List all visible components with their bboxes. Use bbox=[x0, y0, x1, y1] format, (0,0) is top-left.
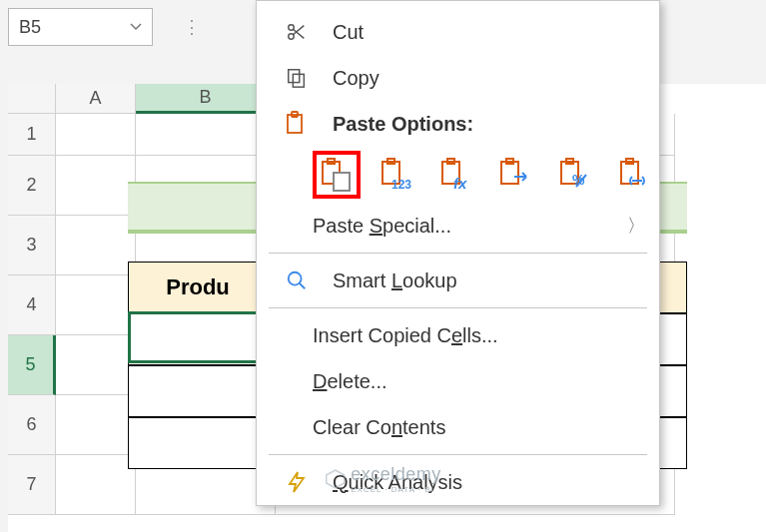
name-box[interactable]: B5 bbox=[8, 8, 153, 46]
paste-options-row: 123 fx % bbox=[257, 147, 659, 203]
paste-formatting-button[interactable]: % bbox=[551, 151, 599, 199]
separator bbox=[269, 253, 647, 254]
name-box-row: B5 ⋮ bbox=[8, 8, 201, 46]
menu-label: Paste Special... bbox=[313, 215, 451, 238]
chevron-right-icon: 〉 bbox=[627, 214, 645, 238]
svg-rect-15 bbox=[501, 162, 518, 184]
clipboard-icon bbox=[281, 111, 313, 137]
menu-insert-copied-cells[interactable]: Insert Copied Cells... bbox=[257, 312, 659, 358]
menu-smart-lookup[interactable]: Smart Lookup bbox=[257, 258, 659, 303]
menu-label: Insert Copied Cells... bbox=[313, 324, 498, 347]
row-header-2[interactable]: 2 bbox=[8, 156, 56, 216]
menu-label: Paste Options: bbox=[333, 113, 473, 136]
row-header-4[interactable]: 4 bbox=[8, 275, 56, 335]
table-row[interactable] bbox=[128, 365, 268, 417]
menu-clear-contents[interactable]: Clear Contents bbox=[257, 404, 659, 450]
row-header-6[interactable]: 6 bbox=[8, 395, 56, 455]
menu-label: Delete... bbox=[313, 370, 387, 393]
copy-icon bbox=[281, 67, 313, 89]
formula-bar-handle-icon: ⋮ bbox=[183, 16, 201, 38]
row-header-7[interactable]: 7 bbox=[8, 455, 56, 515]
svg-point-22 bbox=[289, 272, 302, 285]
menu-label: Smart Lookup bbox=[333, 269, 457, 292]
paste-values-button[interactable]: 123 bbox=[373, 151, 420, 199]
select-all-corner[interactable] bbox=[8, 84, 56, 114]
row-header-5[interactable]: 5 bbox=[8, 335, 56, 395]
table-row[interactable] bbox=[128, 417, 268, 469]
row-headers: 1 2 3 4 5 6 7 bbox=[8, 114, 56, 515]
svg-text:123: 123 bbox=[391, 178, 411, 192]
paste-transpose-button[interactable] bbox=[491, 151, 539, 199]
chevron-down-icon bbox=[130, 23, 142, 31]
column-header-a[interactable]: A bbox=[56, 84, 136, 114]
menu-paste-options-header: Paste Options: bbox=[257, 101, 659, 147]
paste-link-button[interactable] bbox=[611, 151, 659, 199]
search-icon bbox=[281, 269, 313, 291]
menu-copy[interactable]: Copy bbox=[257, 55, 659, 101]
name-box-value: B5 bbox=[19, 17, 130, 38]
row-header-1[interactable]: 1 bbox=[8, 114, 56, 156]
svg-text:fx: fx bbox=[453, 175, 467, 192]
paste-all-button[interactable] bbox=[313, 151, 361, 199]
context-menu: Cut Copy Paste Options: 123 fx % bbox=[256, 0, 660, 506]
row-header-3[interactable]: 3 bbox=[8, 216, 56, 275]
paste-formulas-button[interactable]: fx bbox=[432, 151, 480, 199]
svg-rect-8 bbox=[334, 173, 350, 191]
menu-label: Clear Contents bbox=[313, 416, 445, 439]
menu-delete[interactable]: Delete... bbox=[257, 358, 659, 404]
menu-label: Quick Analysis bbox=[333, 471, 462, 494]
separator bbox=[269, 307, 647, 308]
table-header-product: Produ bbox=[128, 262, 268, 313]
scissors-icon bbox=[281, 21, 313, 43]
separator bbox=[269, 454, 647, 455]
menu-cut[interactable]: Cut bbox=[257, 9, 659, 55]
svg-rect-2 bbox=[289, 70, 300, 83]
column-header-b[interactable]: B bbox=[136, 84, 276, 114]
menu-quick-analysis[interactable]: Quick Analysis bbox=[257, 459, 659, 505]
svg-rect-3 bbox=[293, 74, 304, 87]
menu-paste-special[interactable]: Paste Special... 〉 bbox=[257, 203, 659, 249]
menu-label: Cut bbox=[333, 21, 364, 44]
menu-label: Copy bbox=[333, 67, 380, 90]
table-row[interactable] bbox=[128, 313, 268, 365]
lightning-icon bbox=[281, 471, 313, 493]
